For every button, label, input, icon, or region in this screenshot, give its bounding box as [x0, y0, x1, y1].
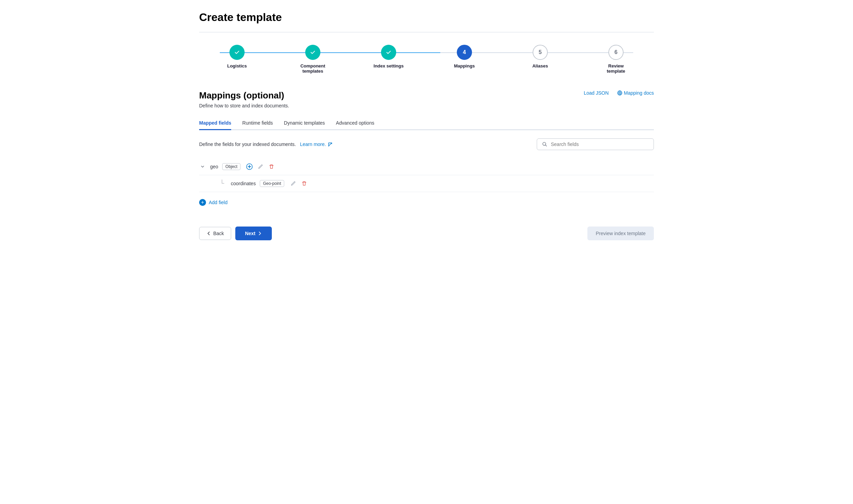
- check-icon-2: [310, 49, 316, 55]
- trash-icon-2: [301, 180, 307, 187]
- footer-left: Back Next: [199, 227, 272, 240]
- tab-dynamic-templates[interactable]: Dynamic templates: [284, 117, 325, 130]
- next-arrow-icon: [257, 231, 262, 236]
- back-label: Back: [213, 231, 224, 236]
- add-field-label: Add field: [209, 200, 227, 205]
- step-1-label: Logistics: [227, 63, 247, 69]
- step-6-label: Review template: [599, 63, 633, 74]
- external-link-icon: [328, 143, 332, 147]
- fields-list: geo Object: [199, 158, 654, 192]
- step-5-label: Aliases: [532, 63, 548, 69]
- search-input[interactable]: [551, 141, 649, 147]
- check-icon-1: [234, 49, 240, 55]
- geo-field-type: Object: [222, 163, 240, 170]
- header-divider: [199, 32, 654, 32]
- step-6-review: 6 Review template: [578, 45, 654, 74]
- preview-button[interactable]: Preview index template: [587, 227, 654, 240]
- step-4-circle: 4: [457, 45, 472, 60]
- plus-circle-icon: [246, 163, 253, 170]
- fields-description: Define the fields for your indexed docum…: [199, 141, 332, 147]
- geo-add-button[interactable]: [246, 163, 253, 170]
- coordinates-field-name: coordinates: [231, 181, 256, 186]
- search-box: [537, 138, 654, 150]
- step-6-circle: 6: [608, 45, 624, 60]
- mapping-docs-label: Mapping docs: [624, 90, 654, 96]
- chevron-down-icon: [200, 164, 205, 169]
- mapping-docs-icon: [617, 90, 623, 96]
- tab-advanced-options[interactable]: Advanced options: [336, 117, 374, 130]
- geo-expand-button[interactable]: [199, 163, 206, 170]
- mappings-subtitle: Define how to store and index documents.: [199, 103, 654, 108]
- pencil-icon-2: [290, 180, 296, 187]
- step-3-settings: Index settings: [351, 45, 426, 69]
- geo-field-name: geo: [210, 164, 218, 169]
- back-arrow-icon: [206, 231, 211, 236]
- mappings-tabs: Mapped fields Runtime fields Dynamic tem…: [199, 117, 654, 130]
- step-2-circle: [305, 45, 320, 60]
- step-5-number: 5: [539, 49, 542, 55]
- child-connector-icon: └: [220, 181, 225, 186]
- step-5-aliases: 5 Aliases: [502, 45, 578, 69]
- geo-delete-button[interactable]: [268, 163, 275, 170]
- geo-edit-button[interactable]: [257, 163, 264, 170]
- step-6-number: 6: [615, 49, 618, 55]
- step-4-label: Mappings: [454, 63, 475, 69]
- step-3-circle: [381, 45, 396, 60]
- step-1-logistics: Logistics: [199, 45, 275, 69]
- check-icon-3: [386, 49, 392, 55]
- fields-toolbar: Define the fields for your indexed docum…: [199, 138, 654, 150]
- section-actions: Load JSON Mapping docs: [584, 90, 654, 96]
- geo-field-actions: [246, 163, 275, 170]
- back-button[interactable]: Back: [199, 227, 231, 240]
- tab-runtime-fields[interactable]: Runtime fields: [242, 117, 273, 130]
- trash-icon: [268, 164, 275, 170]
- step-4-mappings: 4 Mappings: [426, 45, 502, 69]
- learn-more-link[interactable]: Learn more.: [297, 141, 332, 147]
- step-2-label: Component templates: [296, 63, 330, 74]
- coordinates-field-type: Geo-point: [260, 180, 284, 187]
- pencil-icon: [257, 164, 264, 170]
- search-icon: [542, 141, 547, 147]
- next-label: Next: [245, 231, 255, 236]
- footer: Back Next Preview index template: [199, 227, 654, 240]
- step-3-label: Index settings: [373, 63, 403, 69]
- step-1-circle: [229, 45, 245, 60]
- step-2-component: Component templates: [275, 45, 351, 74]
- preview-label: Preview index template: [596, 231, 646, 236]
- mappings-header: Mappings (optional) Load JSON Mapping do…: [199, 90, 654, 101]
- mappings-title: Mappings (optional): [199, 90, 284, 101]
- svg-line-5: [545, 145, 547, 146]
- mapping-docs-link[interactable]: Mapping docs: [617, 90, 654, 96]
- coordinates-field-actions: [290, 180, 308, 187]
- field-row-coordinates: └ coordinates Geo-point: [199, 175, 654, 192]
- coordinates-edit-button[interactable]: [290, 180, 297, 187]
- next-button[interactable]: Next: [235, 227, 272, 240]
- tab-mapped-fields[interactable]: Mapped fields: [199, 117, 231, 130]
- step-5-circle: 5: [533, 45, 548, 60]
- field-row-geo: geo Object: [199, 158, 654, 175]
- coordinates-delete-button[interactable]: [301, 180, 308, 187]
- step-4-number: 4: [463, 49, 466, 55]
- stepper: Logistics Component templates Index sett…: [199, 45, 654, 74]
- page-title: Create template: [199, 11, 654, 24]
- load-json-button[interactable]: Load JSON: [584, 90, 608, 96]
- add-field-plus-icon: +: [199, 199, 206, 206]
- add-field-button[interactable]: + Add field: [199, 192, 654, 213]
